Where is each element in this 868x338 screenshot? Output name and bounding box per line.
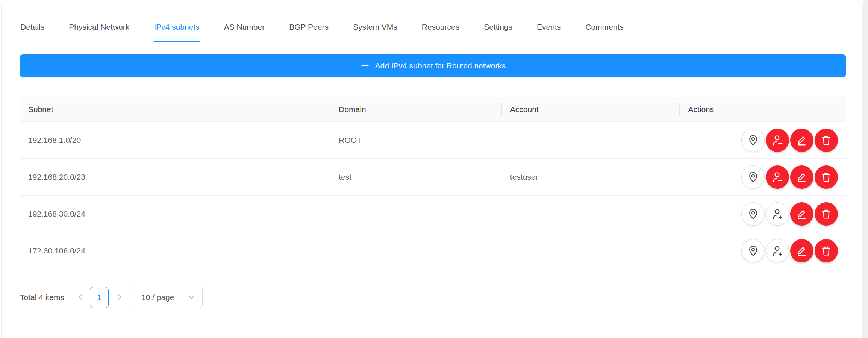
remove-account-button[interactable] [766, 129, 789, 152]
user-remove-icon [771, 134, 784, 147]
tab-system-vms[interactable]: System VMs [353, 17, 398, 41]
delete-subnet-button[interactable] [815, 129, 838, 152]
table-row: 192.168.1.0/20ROOT [20, 122, 846, 159]
edit-subnet-button[interactable] [790, 239, 813, 262]
ipv4-subnets-table: SubnetDomainAccountActions 192.168.1.0/2… [20, 97, 846, 269]
edit-icon [796, 171, 808, 183]
view-subnet-button[interactable] [741, 129, 765, 152]
cell-actions [680, 159, 846, 195]
cell-domain: ROOT [330, 122, 502, 158]
scrollbar-track[interactable] [863, 0, 868, 338]
tab-bar: DetailsPhysical NetworkIPv4 subnetsAS Nu… [20, 2, 846, 41]
tab-resources[interactable]: Resources [421, 17, 460, 41]
location-pin-icon [747, 171, 759, 183]
page-size-select[interactable]: 10 / page [132, 287, 203, 308]
view-subnet-button[interactable] [741, 202, 765, 226]
tab-as-number[interactable]: AS Number [224, 17, 265, 41]
edit-icon [796, 134, 808, 146]
cell-actions [680, 122, 846, 158]
location-pin-icon [747, 244, 759, 257]
cell-actions [680, 196, 846, 232]
cell-subnet: 192.168.20.0/23 [20, 159, 330, 195]
table-header: SubnetDomainAccountActions [20, 97, 846, 122]
delete-subnet-button[interactable] [815, 239, 838, 262]
page-size-label: 10 / page [141, 293, 188, 302]
tab-physical-network[interactable]: Physical Network [68, 17, 130, 41]
pagination: Total 4 items 1 10 / page [20, 287, 846, 308]
user-remove-icon [771, 171, 784, 183]
delete-icon [820, 245, 832, 257]
zone-detail-page: DetailsPhysical NetworkIPv4 subnetsAS Nu… [0, 0, 868, 338]
cell-subnet: 172.30.106.0/24 [20, 232, 330, 269]
user-add-icon [771, 244, 784, 257]
next-page-button[interactable] [115, 287, 124, 308]
table-body: 192.168.1.0/20ROOT192.168.20.0/23testtes… [20, 122, 846, 269]
tab-details[interactable]: Details [20, 17, 45, 41]
delete-icon [820, 134, 832, 146]
pagination-total: Total 4 items [20, 293, 64, 302]
tab-settings[interactable]: Settings [483, 17, 513, 41]
current-page-button[interactable]: 1 [90, 287, 109, 308]
view-subnet-button[interactable] [741, 165, 765, 189]
table-row: 172.30.106.0/24 [20, 232, 846, 269]
cell-account [502, 122, 680, 158]
cell-actions [680, 232, 846, 269]
delete-icon [820, 208, 832, 220]
column-header-subnet: Subnet [20, 97, 330, 121]
remove-account-button[interactable] [766, 165, 789, 189]
tab-comments[interactable]: Comments [585, 17, 624, 41]
tab-bgp-peers[interactable]: BGP Peers [289, 17, 329, 41]
cell-domain [330, 196, 502, 232]
view-subnet-button[interactable] [741, 239, 765, 262]
cell-account [502, 196, 680, 232]
edit-icon [796, 208, 808, 220]
add-ipv4-subnet-button[interactable]: Add IPv4 subnet for Routed networks [20, 54, 846, 77]
prev-page-button[interactable] [76, 287, 85, 308]
add-account-button[interactable] [766, 239, 789, 262]
chevron-left-icon [76, 293, 85, 302]
edit-icon [796, 245, 808, 257]
chevron-right-icon [115, 293, 124, 302]
cell-subnet: 192.168.30.0/24 [20, 196, 330, 232]
table-row: 192.168.30.0/24 [20, 196, 846, 232]
content-card: DetailsPhysical NetworkIPv4 subnetsAS Nu… [1, 2, 863, 338]
column-header-account: Account [502, 97, 680, 121]
table-row: 192.168.20.0/23testtestuser [20, 159, 846, 196]
location-pin-icon [747, 208, 759, 220]
edit-subnet-button[interactable] [790, 129, 813, 152]
edit-subnet-button[interactable] [790, 165, 813, 189]
cell-domain [330, 232, 502, 269]
cell-account: testuser [502, 159, 680, 195]
tab-ipv4-subnets[interactable]: IPv4 subnets [153, 17, 200, 41]
add-button-label: Add IPv4 subnet for Routed networks [375, 61, 506, 70]
chevron-down-icon [188, 294, 195, 301]
cell-account [502, 232, 680, 269]
column-header-domain: Domain [330, 97, 502, 121]
delete-icon [820, 171, 832, 183]
location-pin-icon [747, 134, 759, 146]
delete-subnet-button[interactable] [815, 165, 838, 189]
delete-subnet-button[interactable] [815, 202, 838, 226]
cell-domain: test [330, 159, 502, 195]
user-add-icon [771, 208, 784, 220]
tab-events[interactable]: Events [536, 17, 561, 41]
edit-subnet-button[interactable] [790, 202, 813, 226]
cell-subnet: 192.168.1.0/20 [20, 122, 330, 158]
plus-icon [360, 61, 370, 71]
add-account-button[interactable] [766, 202, 789, 226]
column-header-actions: Actions [680, 97, 846, 121]
